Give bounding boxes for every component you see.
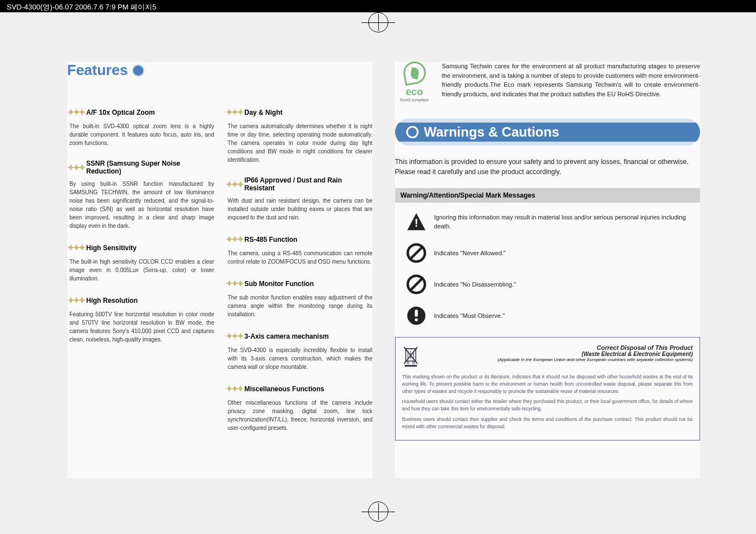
feature-heading: A/F 10x Optical Zoom (86, 109, 155, 116)
sparkle-icon: ✦✦✦ (226, 107, 242, 118)
prohibit-icon (406, 243, 426, 263)
disposal-subtitle: (Waste Electrical & Electronic Equipment… (425, 351, 693, 357)
eco-badge: eco RoHS compliant (395, 62, 434, 102)
no-disassemble-icon (406, 274, 426, 294)
eco-label: eco (395, 86, 434, 98)
svg-line-5 (411, 279, 422, 290)
feature-heading: 3-Axis camera mechanism (245, 332, 329, 340)
feature-heading: High Sensitivity (86, 244, 137, 252)
feature-body: The SVD-4300 is especially incredibly fl… (226, 346, 373, 371)
feature-body: Other miscellaneous functions of the cam… (226, 399, 373, 432)
sparkle-icon: ✦✦✦ (226, 234, 242, 245)
print-header-bar: SVD-4300(영)-06.07 2006.7.6 7:9 PM 페이지5 (0, 0, 756, 12)
warning-triangle-icon: ! (406, 212, 426, 232)
warn-row-observe: Indicates "Must Observe." (395, 306, 701, 326)
feature-ssnr: ✦✦✦SSNR (Samsung Super Noise Reduction) … (67, 160, 214, 230)
disposal-p1: This marking shown on the product or its… (402, 373, 693, 395)
eco-leaf-icon (401, 60, 427, 86)
disposal-p3: Business users should contact their supp… (402, 416, 693, 430)
disposal-p2: Household users should contact either th… (402, 398, 693, 413)
svg-text:!: ! (414, 217, 418, 229)
feature-heading: Sub Monitor Function (245, 280, 314, 288)
feature-rs485: ✦✦✦RS-485 Function The camera, using a R… (226, 234, 373, 266)
disposal-body: This marking shown on the product or its… (402, 373, 693, 430)
feature-daynight: ✦✦✦Day & Night The camera automatically … (226, 107, 373, 164)
left-page: Features ✦✦✦A/F 10x Optical Zoom The bui… (67, 62, 373, 478)
feature-submonitor: ✦✦✦Sub Monitor Function The sub monitor … (226, 278, 373, 318)
sparkle-icon: ✦✦✦ (67, 162, 84, 173)
warn-text: Indicates "Never Allowed." (434, 249, 506, 258)
sparkle-icon: ✦✦✦ (67, 295, 84, 306)
svg-rect-18 (405, 365, 417, 367)
disposal-title: Correct Disposal of This Product (425, 344, 693, 351)
right-page: eco RoHS compliant Samsung Techwin cares… (395, 62, 701, 478)
feature-heading: RS-485 Function (245, 236, 298, 243)
sparkle-icon: ✦✦✦ (226, 179, 242, 190)
feature-ip66: ✦✦✦IP66 Approved / Dust and Rain Resista… (226, 176, 373, 222)
warn-row-never: Indicates "Never Allowed." (395, 243, 701, 263)
warn-row-danger: ! Ignoring this information may result i… (395, 212, 701, 232)
sparkle-icon: ✦✦✦ (67, 242, 84, 253)
banner-dot-icon (406, 126, 419, 138)
feature-body: The sub monitor function enables easy ad… (226, 293, 373, 318)
title-dot-icon (132, 64, 144, 77)
warnings-banner: Warnings & Cautions (395, 119, 701, 146)
feature-body: Featuring 500TV line horizontal resoluti… (67, 310, 214, 344)
warn-text: Indicates "Must Observe." (434, 311, 505, 321)
feature-misc: ✦✦✦Miscellaneous Functions Other miscell… (226, 383, 373, 432)
feature-body: The camera, using a RS-485 communication… (226, 249, 373, 266)
feature-resolution: ✦✦✦High Resolution Featuring 500TV line … (67, 295, 214, 344)
eco-section: eco RoHS compliant Samsung Techwin cares… (395, 62, 701, 102)
sparkle-icon: ✦✦✦ (67, 107, 84, 118)
must-observe-icon (406, 306, 426, 326)
feature-heading: Day & Night (245, 109, 283, 116)
feature-body: By using built-in SSNR function manufact… (67, 180, 214, 230)
page-spread: Features ✦✦✦A/F 10x Optical Zoom The bui… (67, 62, 700, 478)
warn-text: Indicates "No Disassembling." (434, 280, 516, 289)
warnings-intro: This information is provided to ensure y… (395, 157, 701, 177)
feature-body: With dust and rain resistant design, the… (226, 196, 373, 222)
sparkle-icon: ✦✦✦ (226, 383, 242, 394)
feature-3axis: ✦✦✦3-Axis camera mechanism The SVD-4300 … (226, 331, 373, 371)
svg-line-3 (411, 247, 422, 259)
feature-heading: IP66 Approved / Dust and Rain Resistant (245, 176, 373, 192)
warnings-subheader: Warning/Attention/Special Mark Messages (395, 188, 701, 203)
sparkle-icon: ✦✦✦ (226, 278, 242, 289)
header-text: SVD-4300(영)-06.07 2006.7.6 7:9 PM 페이지5 (7, 3, 156, 11)
feature-sensitivity: ✦✦✦High Sensitivity The built-in high se… (67, 242, 214, 283)
eco-description: Samsung Techwin cares for the environmen… (442, 62, 701, 102)
features-column-1: ✦✦✦A/F 10x Optical Zoom The built-in SVD… (67, 107, 214, 444)
svg-point-15 (412, 362, 415, 364)
features-title-text: Features (67, 62, 128, 79)
svg-rect-7 (415, 310, 417, 317)
svg-point-14 (407, 362, 409, 364)
disposal-applicable: (Applicable in the European Union and ot… (425, 357, 693, 362)
feature-heading: Miscellaneous Functions (245, 385, 325, 393)
warn-text: Ignoring this information may result in … (434, 213, 701, 231)
crop-mark-bottom (361, 495, 395, 528)
features-title: Features (67, 62, 373, 79)
feature-heading: SSNR (Samsung Super Noise Reduction) (86, 160, 214, 175)
feature-heading: High Resolution (86, 297, 138, 305)
feature-body: The camera automatically determines whet… (226, 122, 373, 164)
banner-title: Warnings & Cautions (424, 124, 560, 140)
features-column-2: ✦✦✦Day & Night The camera automatically … (226, 107, 373, 444)
disposal-box: Correct Disposal of This Product (Waste … (395, 337, 701, 441)
warn-row-nodisassemble: Indicates "No Disassembling." (395, 274, 701, 294)
eco-sublabel: RoHS compliant (395, 98, 434, 102)
feature-af-zoom: ✦✦✦A/F 10x Optical Zoom The built-in SVD… (67, 107, 214, 147)
feature-body: The built-in SVD-4300 optical zoom lens … (67, 122, 214, 147)
feature-body: The built-in high sensitivity COLOR CCD … (67, 257, 214, 283)
crossed-bin-icon (402, 344, 419, 369)
svg-point-8 (415, 318, 417, 321)
sparkle-icon: ✦✦✦ (226, 331, 242, 341)
